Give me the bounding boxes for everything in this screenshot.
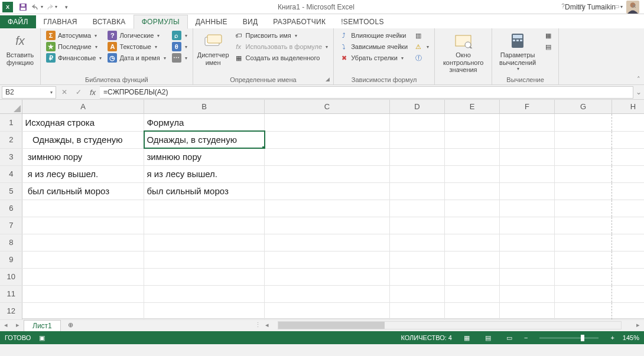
cell-G2[interactable] xyxy=(555,131,612,148)
hscroll-right-icon[interactable]: ▸ xyxy=(632,321,644,329)
calc-now-button[interactable]: ▦ xyxy=(542,30,555,41)
cell-G10[interactable] xyxy=(555,268,612,285)
cell-H3[interactable] xyxy=(612,148,645,165)
cell-D2[interactable] xyxy=(390,131,445,148)
recent-button[interactable]: ★Последние▾ xyxy=(44,41,103,52)
tab-formulas[interactable]: ФОРМУЛЫ xyxy=(134,15,188,29)
row-header-6[interactable]: 6 xyxy=(0,200,22,217)
cell-H10[interactable] xyxy=(612,268,645,285)
insert-function-button[interactable]: fx Вставить функцию xyxy=(4,30,37,75)
cell-D12[interactable] xyxy=(390,302,445,319)
cell-D6[interactable] xyxy=(390,200,445,217)
evaluate-button[interactable]: ⓕ xyxy=(412,53,431,63)
define-name-button[interactable]: 🏷Присвоить имя▾ xyxy=(232,30,330,41)
math-button[interactable]: θ▾ xyxy=(170,41,189,52)
select-all-corner[interactable] xyxy=(0,100,22,114)
cell-H6[interactable] xyxy=(612,200,645,217)
cell-G5[interactable] xyxy=(555,182,612,200)
col-header-A[interactable]: A xyxy=(22,100,144,114)
cell-B6[interactable] xyxy=(144,200,265,217)
col-header-D[interactable]: D xyxy=(390,100,445,114)
sheet-tab[interactable]: Лист1 xyxy=(24,320,61,331)
cell-A12[interactable] xyxy=(22,302,144,319)
cell-B7[interactable] xyxy=(144,217,265,234)
autosum-button[interactable]: ΣАвтосумма▾ xyxy=(44,30,103,41)
minimize-icon[interactable]: — xyxy=(590,0,607,12)
cell-H8[interactable] xyxy=(612,234,645,251)
cell-C8[interactable] xyxy=(265,234,390,251)
close-icon[interactable]: ✕ xyxy=(625,0,643,12)
dialog-launcher-icon[interactable]: ◢ xyxy=(326,76,330,82)
show-formulas-button[interactable]: ▥ xyxy=(412,30,431,41)
cell-C7[interactable] xyxy=(265,217,390,234)
cell-D10[interactable] xyxy=(390,268,445,285)
datetime-button[interactable]: ◷Дата и время▾ xyxy=(106,53,167,63)
worksheet[interactable]: ABCDEFGH 1Исходная строкаФормула2 Однажд… xyxy=(0,100,644,318)
cell-E5[interactable] xyxy=(445,182,500,200)
cell-E6[interactable] xyxy=(445,200,500,217)
formula-input[interactable]: =СЖПРОБЕЛЫ(A2) xyxy=(100,86,633,99)
cell-A6[interactable] xyxy=(22,200,144,217)
row-header-12[interactable]: 12 xyxy=(0,302,22,319)
zoom-out-icon[interactable]: − xyxy=(524,334,528,341)
view-layout-icon[interactable]: ▤ xyxy=(482,333,495,342)
row-header-5[interactable]: 5 xyxy=(0,182,22,200)
cell-B2[interactable]: Однажды, в студеную xyxy=(144,131,265,148)
cell-C11[interactable] xyxy=(265,285,390,302)
cell-H5[interactable] xyxy=(612,182,645,200)
cell-B3[interactable]: зимнюю пору xyxy=(144,148,265,165)
sheet-nav-next-icon[interactable]: ▸ xyxy=(12,321,24,329)
cell-C10[interactable] xyxy=(265,268,390,285)
calc-options-button[interactable]: Параметры вычислений▾ xyxy=(496,30,539,75)
cell-A7[interactable] xyxy=(22,217,144,234)
cell-G8[interactable] xyxy=(555,234,612,251)
remove-arrows-button[interactable]: ✖Убрать стрелки▾ xyxy=(337,53,409,63)
cell-B8[interactable] xyxy=(144,234,265,251)
cell-B9[interactable] xyxy=(144,251,265,268)
cell-F4[interactable] xyxy=(500,165,555,182)
cell-G4[interactable] xyxy=(555,165,612,182)
cell-B4[interactable]: я из лесу вышел. xyxy=(144,165,265,182)
cell-C4[interactable] xyxy=(265,165,390,182)
col-header-C[interactable]: C xyxy=(265,100,390,114)
watch-window-button[interactable]: Окно контрольного значения xyxy=(438,30,488,75)
cell-F11[interactable] xyxy=(500,285,555,302)
cell-B10[interactable] xyxy=(144,268,265,285)
cell-H12[interactable] xyxy=(612,302,645,319)
cell-G7[interactable] xyxy=(555,217,612,234)
name-box[interactable]: B2▾ xyxy=(2,86,56,99)
col-header-E[interactable]: E xyxy=(445,100,500,114)
cell-A10[interactable] xyxy=(22,268,144,285)
fx-button-icon[interactable]: fx xyxy=(86,86,100,99)
tab-file[interactable]: ФАЙЛ xyxy=(0,15,36,28)
financial-button[interactable]: ₽Финансовые▾ xyxy=(44,53,103,63)
cell-F7[interactable] xyxy=(500,217,555,234)
cell-H11[interactable] xyxy=(612,285,645,302)
add-sheet-icon[interactable]: ⊕ xyxy=(64,321,77,329)
text-button[interactable]: AТекстовые▾ xyxy=(106,41,167,52)
cell-A2[interactable]: Однажды, в студеную xyxy=(22,131,144,148)
cell-C6[interactable] xyxy=(265,200,390,217)
row-header-9[interactable]: 9 xyxy=(0,251,22,268)
col-header-H[interactable]: H xyxy=(612,100,644,114)
cell-H2[interactable] xyxy=(612,131,645,148)
cell-H9[interactable] xyxy=(612,251,645,268)
cell-F1[interactable] xyxy=(500,114,555,131)
cell-F9[interactable] xyxy=(500,251,555,268)
cell-D8[interactable] xyxy=(390,234,445,251)
cell-A8[interactable] xyxy=(22,234,144,251)
row-header-1[interactable]: 1 xyxy=(0,114,22,131)
cell-A1[interactable]: Исходная строка xyxy=(22,114,144,131)
col-header-G[interactable]: G xyxy=(555,100,612,114)
cell-C12[interactable] xyxy=(265,302,390,319)
ribbon-collapse-icon[interactable]: ▢ xyxy=(572,0,590,12)
qat-save[interactable] xyxy=(17,1,30,13)
tab-view[interactable]: ВИД xyxy=(235,15,266,28)
cell-C3[interactable] xyxy=(265,148,390,165)
macro-record-icon[interactable]: ▣ xyxy=(39,334,45,342)
cell-E1[interactable] xyxy=(445,114,500,131)
cell-G6[interactable] xyxy=(555,200,612,217)
row-header-2[interactable]: 2 xyxy=(0,131,22,148)
row-header-4[interactable]: 4 xyxy=(0,165,22,182)
cell-B5[interactable]: был сильный мороз xyxy=(144,182,265,200)
